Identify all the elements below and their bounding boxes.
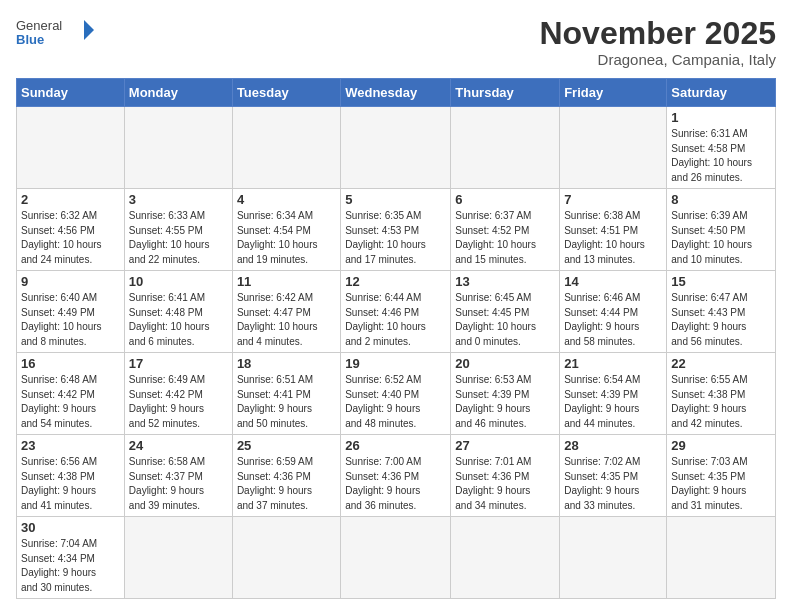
day-info: Sunrise: 6:38 AM Sunset: 4:51 PM Dayligh… bbox=[564, 209, 662, 267]
calendar-cell: 7Sunrise: 6:38 AM Sunset: 4:51 PM Daylig… bbox=[560, 189, 667, 271]
calendar-cell: 28Sunrise: 7:02 AM Sunset: 4:35 PM Dayli… bbox=[560, 435, 667, 517]
calendar-cell bbox=[560, 107, 667, 189]
day-number: 12 bbox=[345, 274, 446, 289]
calendar-cell: 17Sunrise: 6:49 AM Sunset: 4:42 PM Dayli… bbox=[124, 353, 232, 435]
calendar-cell: 4Sunrise: 6:34 AM Sunset: 4:54 PM Daylig… bbox=[232, 189, 340, 271]
day-number: 14 bbox=[564, 274, 662, 289]
day-info: Sunrise: 6:59 AM Sunset: 4:36 PM Dayligh… bbox=[237, 455, 336, 513]
day-info: Sunrise: 6:32 AM Sunset: 4:56 PM Dayligh… bbox=[21, 209, 120, 267]
day-number: 21 bbox=[564, 356, 662, 371]
day-number: 17 bbox=[129, 356, 228, 371]
calendar-cell: 3Sunrise: 6:33 AM Sunset: 4:55 PM Daylig… bbox=[124, 189, 232, 271]
day-number: 2 bbox=[21, 192, 120, 207]
svg-marker-2 bbox=[84, 20, 94, 40]
day-number: 26 bbox=[345, 438, 446, 453]
calendar-cell: 27Sunrise: 7:01 AM Sunset: 4:36 PM Dayli… bbox=[451, 435, 560, 517]
day-number: 19 bbox=[345, 356, 446, 371]
calendar-cell bbox=[232, 107, 340, 189]
day-info: Sunrise: 6:45 AM Sunset: 4:45 PM Dayligh… bbox=[455, 291, 555, 349]
header: General Blue November 2025 Dragonea, Cam… bbox=[16, 16, 776, 68]
calendar-cell: 20Sunrise: 6:53 AM Sunset: 4:39 PM Dayli… bbox=[451, 353, 560, 435]
day-number: 5 bbox=[345, 192, 446, 207]
calendar-cell: 24Sunrise: 6:58 AM Sunset: 4:37 PM Dayli… bbox=[124, 435, 232, 517]
day-info: Sunrise: 6:53 AM Sunset: 4:39 PM Dayligh… bbox=[455, 373, 555, 431]
day-info: Sunrise: 6:55 AM Sunset: 4:38 PM Dayligh… bbox=[671, 373, 771, 431]
logo: General Blue bbox=[16, 16, 96, 48]
day-info: Sunrise: 6:48 AM Sunset: 4:42 PM Dayligh… bbox=[21, 373, 120, 431]
day-info: Sunrise: 6:34 AM Sunset: 4:54 PM Dayligh… bbox=[237, 209, 336, 267]
calendar-cell: 29Sunrise: 7:03 AM Sunset: 4:35 PM Dayli… bbox=[667, 435, 776, 517]
calendar-cell: 26Sunrise: 7:00 AM Sunset: 4:36 PM Dayli… bbox=[341, 435, 451, 517]
day-info: Sunrise: 6:52 AM Sunset: 4:40 PM Dayligh… bbox=[345, 373, 446, 431]
header-saturday: Saturday bbox=[667, 79, 776, 107]
calendar-cell bbox=[341, 107, 451, 189]
day-info: Sunrise: 7:02 AM Sunset: 4:35 PM Dayligh… bbox=[564, 455, 662, 513]
day-info: Sunrise: 6:44 AM Sunset: 4:46 PM Dayligh… bbox=[345, 291, 446, 349]
main-title: November 2025 bbox=[539, 16, 776, 51]
calendar-cell: 2Sunrise: 6:32 AM Sunset: 4:56 PM Daylig… bbox=[17, 189, 125, 271]
day-number: 24 bbox=[129, 438, 228, 453]
svg-text:General: General bbox=[16, 18, 62, 33]
day-number: 13 bbox=[455, 274, 555, 289]
calendar-cell: 19Sunrise: 6:52 AM Sunset: 4:40 PM Dayli… bbox=[341, 353, 451, 435]
week-row-4: 16Sunrise: 6:48 AM Sunset: 4:42 PM Dayli… bbox=[17, 353, 776, 435]
calendar-cell: 11Sunrise: 6:42 AM Sunset: 4:47 PM Dayli… bbox=[232, 271, 340, 353]
day-info: Sunrise: 6:37 AM Sunset: 4:52 PM Dayligh… bbox=[455, 209, 555, 267]
calendar-cell bbox=[124, 107, 232, 189]
calendar-cell bbox=[451, 517, 560, 599]
day-info: Sunrise: 6:49 AM Sunset: 4:42 PM Dayligh… bbox=[129, 373, 228, 431]
header-friday: Friday bbox=[560, 79, 667, 107]
day-number: 1 bbox=[671, 110, 771, 125]
week-row-1: 1Sunrise: 6:31 AM Sunset: 4:58 PM Daylig… bbox=[17, 107, 776, 189]
calendar-cell: 1Sunrise: 6:31 AM Sunset: 4:58 PM Daylig… bbox=[667, 107, 776, 189]
calendar-cell: 14Sunrise: 6:46 AM Sunset: 4:44 PM Dayli… bbox=[560, 271, 667, 353]
day-info: Sunrise: 6:41 AM Sunset: 4:48 PM Dayligh… bbox=[129, 291, 228, 349]
calendar-cell: 23Sunrise: 6:56 AM Sunset: 4:38 PM Dayli… bbox=[17, 435, 125, 517]
day-number: 16 bbox=[21, 356, 120, 371]
svg-text:Blue: Blue bbox=[16, 32, 44, 47]
day-info: Sunrise: 6:51 AM Sunset: 4:41 PM Dayligh… bbox=[237, 373, 336, 431]
day-info: Sunrise: 7:03 AM Sunset: 4:35 PM Dayligh… bbox=[671, 455, 771, 513]
title-block: November 2025 Dragonea, Campania, Italy bbox=[539, 16, 776, 68]
calendar-cell: 12Sunrise: 6:44 AM Sunset: 4:46 PM Dayli… bbox=[341, 271, 451, 353]
day-number: 28 bbox=[564, 438, 662, 453]
calendar-cell: 13Sunrise: 6:45 AM Sunset: 4:45 PM Dayli… bbox=[451, 271, 560, 353]
day-info: Sunrise: 6:35 AM Sunset: 4:53 PM Dayligh… bbox=[345, 209, 446, 267]
day-number: 29 bbox=[671, 438, 771, 453]
weekday-header-row: Sunday Monday Tuesday Wednesday Thursday… bbox=[17, 79, 776, 107]
week-row-5: 23Sunrise: 6:56 AM Sunset: 4:38 PM Dayli… bbox=[17, 435, 776, 517]
day-info: Sunrise: 6:31 AM Sunset: 4:58 PM Dayligh… bbox=[671, 127, 771, 185]
day-info: Sunrise: 6:58 AM Sunset: 4:37 PM Dayligh… bbox=[129, 455, 228, 513]
day-info: Sunrise: 7:00 AM Sunset: 4:36 PM Dayligh… bbox=[345, 455, 446, 513]
calendar-cell: 15Sunrise: 6:47 AM Sunset: 4:43 PM Dayli… bbox=[667, 271, 776, 353]
day-number: 9 bbox=[21, 274, 120, 289]
calendar-cell bbox=[560, 517, 667, 599]
calendar-cell bbox=[341, 517, 451, 599]
calendar-cell: 9Sunrise: 6:40 AM Sunset: 4:49 PM Daylig… bbox=[17, 271, 125, 353]
day-number: 6 bbox=[455, 192, 555, 207]
sub-title: Dragonea, Campania, Italy bbox=[539, 51, 776, 68]
page: General Blue November 2025 Dragonea, Cam… bbox=[0, 0, 792, 612]
week-row-3: 9Sunrise: 6:40 AM Sunset: 4:49 PM Daylig… bbox=[17, 271, 776, 353]
day-number: 20 bbox=[455, 356, 555, 371]
calendar-cell bbox=[124, 517, 232, 599]
calendar-cell bbox=[232, 517, 340, 599]
day-number: 8 bbox=[671, 192, 771, 207]
day-number: 3 bbox=[129, 192, 228, 207]
day-info: Sunrise: 7:04 AM Sunset: 4:34 PM Dayligh… bbox=[21, 537, 120, 595]
header-tuesday: Tuesday bbox=[232, 79, 340, 107]
day-number: 27 bbox=[455, 438, 555, 453]
calendar-cell: 30Sunrise: 7:04 AM Sunset: 4:34 PM Dayli… bbox=[17, 517, 125, 599]
header-monday: Monday bbox=[124, 79, 232, 107]
header-wednesday: Wednesday bbox=[341, 79, 451, 107]
header-thursday: Thursday bbox=[451, 79, 560, 107]
day-info: Sunrise: 6:56 AM Sunset: 4:38 PM Dayligh… bbox=[21, 455, 120, 513]
day-info: Sunrise: 7:01 AM Sunset: 4:36 PM Dayligh… bbox=[455, 455, 555, 513]
calendar-cell: 18Sunrise: 6:51 AM Sunset: 4:41 PM Dayli… bbox=[232, 353, 340, 435]
calendar-cell: 5Sunrise: 6:35 AM Sunset: 4:53 PM Daylig… bbox=[341, 189, 451, 271]
day-info: Sunrise: 6:47 AM Sunset: 4:43 PM Dayligh… bbox=[671, 291, 771, 349]
calendar-cell: 16Sunrise: 6:48 AM Sunset: 4:42 PM Dayli… bbox=[17, 353, 125, 435]
header-sunday: Sunday bbox=[17, 79, 125, 107]
calendar-cell bbox=[451, 107, 560, 189]
day-info: Sunrise: 6:54 AM Sunset: 4:39 PM Dayligh… bbox=[564, 373, 662, 431]
